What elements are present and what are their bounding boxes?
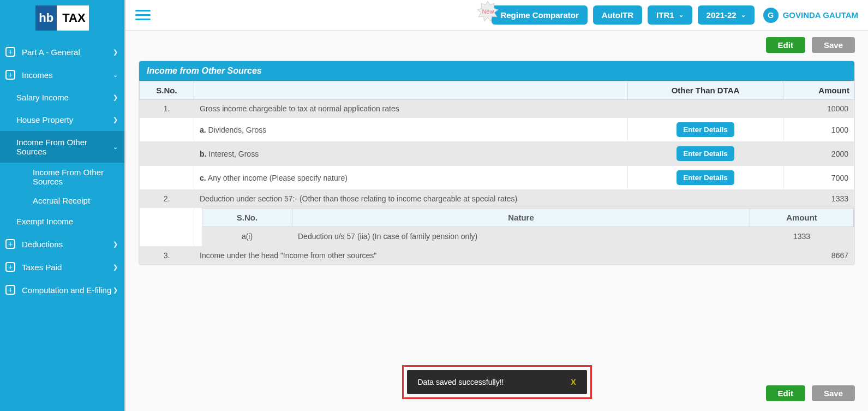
table-row: 3. Income under the head "Income from ot…: [140, 247, 854, 265]
table-row: b. Interest, Gross Enter Details 2000: [140, 142, 854, 166]
sidebar-item-label: Part A - General: [22, 47, 80, 57]
button-label: 2021-22: [707, 10, 737, 20]
cell-desc: Income under the head "Income from other…: [194, 247, 628, 265]
regime-comparator-button[interactable]: Regime Comparator: [492, 5, 587, 25]
sub-col-amount: Amount: [750, 209, 854, 227]
cell-amount: 1333: [783, 190, 854, 208]
col-header-amount: Amount: [783, 81, 854, 100]
user-name: GOVINDA GAUTAM: [783, 10, 858, 20]
sub-col-nature: Nature: [292, 209, 750, 227]
app-logo: hb TAX: [0, 0, 124, 40]
cell-nature: Deduction u/s 57 (iia) (In case of famil…: [292, 227, 750, 246]
plus-icon: +: [5, 285, 15, 295]
plus-icon: +: [5, 262, 15, 272]
plus-icon: +: [5, 47, 15, 57]
enter-details-button[interactable]: Enter Details: [677, 146, 734, 161]
logo-right: TAX: [57, 5, 88, 31]
edit-button[interactable]: Edit: [766, 37, 805, 53]
itr-dropdown[interactable]: ITR1 ⌄: [648, 5, 692, 25]
sidebar: hb TAX + Part A - General ❯ + Incomes ⌄ …: [0, 0, 124, 411]
deduction-sub-table: S.No. Nature Amount a(i) Deducti: [202, 208, 854, 246]
year-dropdown[interactable]: 2021-22 ⌄: [698, 5, 755, 25]
chevron-right-icon: ❯: [113, 264, 118, 271]
cell-desc: Gross income chargeable to tax at normal…: [194, 100, 628, 118]
close-icon[interactable]: X: [571, 378, 576, 386]
sidebar-sub-salary-income[interactable]: Salary Income ❯: [0, 86, 124, 109]
table-row: 2. Deduction under section 57:- (Other t…: [140, 190, 854, 208]
sidebar-item-deductions[interactable]: + Deductions ❯: [0, 233, 124, 255]
plus-icon: +: [5, 70, 15, 80]
sidebar-item-label: Incomes: [22, 70, 53, 80]
col-header-desc: [194, 81, 628, 100]
toast-highlight-frame: Data saved successfully!! X: [402, 365, 592, 399]
sidebar-subsub-accrual-receipt[interactable]: Accrual Receipt: [0, 191, 124, 210]
cell-sno: a(i): [202, 227, 292, 246]
logo-left: hb: [35, 5, 57, 31]
table-row: c. Any other income (Please specify natu…: [140, 166, 854, 190]
income-table: S.No. Other Than DTAA Amount 1. Gross in…: [139, 81, 854, 265]
table-row: a(i) Deduction u/s 57 (iia) (In case of …: [202, 227, 854, 246]
button-label: Regime Comparator: [500, 10, 578, 20]
cell-dtaa: [628, 100, 783, 118]
sidebar-item-incomes[interactable]: + Incomes ⌄: [0, 63, 124, 86]
new-badge: New: [476, 0, 499, 23]
button-label: ITR1: [656, 10, 674, 20]
sidebar-item-label: Accrual Receipt: [33, 196, 90, 205]
chevron-down-icon: ⌄: [113, 144, 118, 151]
cell-desc: a. Dividends, Gross: [194, 118, 628, 142]
chevron-right-icon: ❯: [113, 94, 118, 101]
sidebar-item-label: House Property: [16, 115, 73, 124]
hamburger-icon[interactable]: [135, 7, 151, 23]
sidebar-item-label: Exempt Income: [16, 217, 73, 226]
cell-amount: 2000: [783, 142, 854, 166]
save-button[interactable]: Save: [812, 37, 855, 53]
income-other-sources-panel: Income from Other Sources S.No. Other Th…: [139, 61, 855, 265]
sidebar-item-taxes-paid[interactable]: + Taxes Paid ❯: [0, 255, 124, 278]
enter-details-button[interactable]: Enter Details: [677, 122, 734, 137]
sidebar-item-label: Deductions: [22, 240, 63, 249]
button-label: AutoITR: [602, 10, 633, 20]
table-row: 1. Gross income chargeable to tax at nor…: [140, 100, 854, 118]
enter-details-button[interactable]: Enter Details: [677, 170, 734, 185]
autoitr-button[interactable]: AutoITR: [593, 5, 642, 25]
sidebar-sub-house-property[interactable]: House Property ❯: [0, 109, 124, 131]
user-menu[interactable]: G GOVINDA GAUTAM: [763, 8, 858, 23]
sidebar-item-label: Computation and E-filing: [22, 285, 111, 295]
avatar: G: [763, 8, 779, 23]
chevron-right-icon: ❯: [113, 241, 118, 248]
cell-amount: 7000: [783, 166, 854, 190]
save-button-bottom[interactable]: Save: [812, 385, 855, 401]
col-header-dtaa: Other Than DTAA: [628, 81, 783, 100]
edit-button-bottom[interactable]: Edit: [766, 385, 805, 401]
chevron-down-icon: ⌄: [741, 11, 746, 19]
cell-desc: c. Any other income (Please specify natu…: [194, 166, 628, 190]
col-header-sno: S.No.: [140, 81, 194, 100]
sidebar-item-computation-efiling[interactable]: + Computation and E-filing ❯: [0, 278, 124, 301]
chevron-right-icon: ❯: [113, 287, 118, 294]
cell-desc: b. Interest, Gross: [194, 142, 628, 166]
content-area: Edit Save Income from Other Sources S.No…: [125, 31, 868, 411]
topbar: New Regime Comparator AutoITR ITR1 ⌄ 202…: [125, 0, 868, 31]
plus-icon: +: [5, 239, 15, 249]
sidebar-item-label: Income From Other Sources: [33, 168, 104, 186]
sidebar-item-part-a-general[interactable]: + Part A - General ❯: [0, 40, 124, 63]
toast-message: Data saved successfully!!: [418, 378, 504, 386]
chevron-down-icon: ⌄: [679, 11, 684, 19]
cell-sno: 2.: [140, 190, 194, 208]
sidebar-sub-income-other-sources[interactable]: Income From Other Sources ⌄: [0, 131, 124, 163]
sidebar-subsub-income-other-sources[interactable]: Income From Other Sources: [0, 163, 124, 191]
sidebar-sub-exempt-income[interactable]: Exempt Income: [0, 210, 124, 233]
sidebar-item-label: Income From Other Sources: [16, 138, 113, 156]
sub-col-sno: S.No.: [202, 209, 292, 227]
cell-amount: 10000: [783, 100, 854, 118]
sidebar-item-label: Salary Income: [16, 93, 69, 102]
sidebar-item-label: Taxes Paid: [22, 263, 62, 272]
cell-amount: 8667: [783, 247, 854, 265]
sub-table-row: S.No. Nature Amount a(i) Deducti: [140, 208, 854, 247]
cell-desc: Deduction under section 57:- (Other than…: [194, 190, 628, 208]
main-area: New Regime Comparator AutoITR ITR1 ⌄ 202…: [124, 0, 868, 411]
chevron-right-icon: ❯: [113, 116, 118, 123]
toast-notification: Data saved successfully!! X: [407, 370, 587, 394]
chevron-right-icon: ❯: [113, 49, 118, 56]
cell-amount: 1333: [750, 227, 854, 246]
